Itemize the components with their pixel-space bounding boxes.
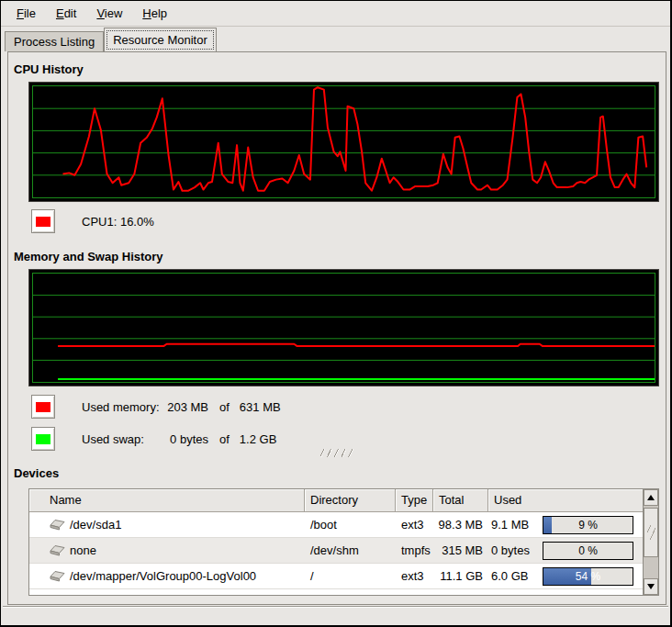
menu-view[interactable]: View <box>86 2 132 25</box>
menu-edit[interactable]: Edit <box>46 2 86 25</box>
device-directory: /dev/shm <box>305 543 396 557</box>
table-row-volgroup[interactable]: /dev/mapper/VolGroup00-LogVol00 / ext3 1… <box>29 564 643 589</box>
memory-swap-chart <box>28 269 659 386</box>
column-header-directory[interactable]: Directory <box>305 489 396 512</box>
memory-legend: Used memory:203 MBof631 MB <box>31 395 281 419</box>
memory-history-title: Memory and Swap History <box>14 250 163 263</box>
swap-color-swatch-button[interactable] <box>31 427 55 451</box>
table-row-dev-sda1[interactable]: /dev/sda1 /boot ext3 98.3 MB 9.1 MB 9 % <box>29 512 643 538</box>
system-monitor-window: File Edit View Help Process Listing Reso… <box>0 0 672 627</box>
column-header-total[interactable]: Total <box>433 489 488 512</box>
device-total: 11.1 GB <box>433 569 488 583</box>
scrollbar-down-button[interactable] <box>644 578 658 595</box>
statusbar <box>3 606 668 624</box>
swap-legend-label: Used swap: <box>82 432 162 446</box>
tab-strip: Process Listing Resource Monitor <box>1 28 670 51</box>
memory-color-swatch-button[interactable] <box>31 395 55 419</box>
usage-percent-label: 9 % <box>543 517 633 533</box>
swap-legend: Used swap:0 bytesof1.2 GB <box>31 427 276 451</box>
cpu-chart-plot-area <box>32 85 655 198</box>
devices-table: Name Directory Type Total Used /dev/sda <box>28 488 659 596</box>
swap-used-value: 0 bytes <box>162 432 208 446</box>
device-total: 98.3 MB <box>433 518 488 532</box>
cpu-color-swatch <box>36 217 50 227</box>
cpu-legend-label: CPU1: 16.0% <box>82 215 154 229</box>
cpu-history-chart <box>28 82 659 202</box>
tab-process-listing[interactable]: Process Listing <box>5 31 104 51</box>
drive-icon <box>50 544 66 557</box>
cpu-legend: CPU1: 16.0% <box>31 209 154 233</box>
drive-icon <box>50 519 66 532</box>
menu-file[interactable]: File <box>6 2 46 25</box>
device-type: ext3 <box>396 569 433 583</box>
devices-table-header: Name Directory Type Total Used <box>29 489 643 512</box>
scrollbar-trough[interactable] <box>644 557 658 578</box>
devices-title: Devices <box>14 466 59 480</box>
scrollbar-up-button[interactable] <box>644 489 658 506</box>
device-type: ext3 <box>396 518 433 532</box>
usage-progress-bar: 0 % <box>543 542 633 560</box>
device-directory: / <box>305 569 396 583</box>
device-used: 9.1 MB <box>488 518 529 532</box>
memory-chart-plot-area <box>32 273 655 383</box>
device-total: 315 MB <box>433 543 488 557</box>
swap-total-value: 1.2 GB <box>240 432 276 446</box>
device-used: 6.0 GB <box>488 569 528 583</box>
memory-of-text: of <box>208 400 240 414</box>
device-name: /dev/mapper/VolGroup00-LogVol00 <box>70 569 256 583</box>
device-directory: /boot <box>305 518 396 532</box>
cpu-history-title: CPU History <box>14 62 84 76</box>
arrow-up-icon <box>647 495 655 500</box>
drive-icon <box>50 570 66 583</box>
usage-percent-label: 54 % <box>543 568 633 585</box>
device-used: 0 bytes <box>488 543 530 557</box>
usage-percent-label: 0 % <box>543 543 633 559</box>
table-row-none[interactable]: none /dev/shm tmpfs 315 MB 0 bytes 0 % <box>29 538 643 564</box>
pane-resize-grip[interactable] <box>320 449 355 457</box>
swap-color-swatch <box>36 434 50 444</box>
menu-help[interactable]: Help <box>132 2 177 25</box>
memory-total-value: 631 MB <box>240 400 281 414</box>
scrollbar-thumb[interactable] <box>644 508 658 557</box>
memory-color-swatch <box>36 402 50 412</box>
table-vertical-scrollbar[interactable] <box>643 489 658 595</box>
device-name: none <box>70 543 96 557</box>
swap-of-text: of <box>208 432 240 446</box>
device-name: /dev/sda1 <box>70 518 121 532</box>
device-type: tmpfs <box>396 543 433 557</box>
column-header-used[interactable]: Used <box>488 489 643 512</box>
usage-progress-bar: 54 % <box>543 567 633 586</box>
resource-monitor-page: CPU History CPU1: 16.0% Memory and Swap … <box>7 51 666 605</box>
cpu-color-swatch-button[interactable] <box>31 209 55 233</box>
column-header-type[interactable]: Type <box>396 489 433 512</box>
column-header-name[interactable]: Name <box>29 489 305 512</box>
tab-resource-monitor[interactable]: Resource Monitor <box>104 28 217 51</box>
menubar: File Edit View Help <box>1 1 670 27</box>
memory-used-value: 203 MB <box>162 400 208 414</box>
memory-legend-label: Used memory: <box>82 400 162 414</box>
usage-progress-bar: 9 % <box>543 516 633 534</box>
arrow-down-icon <box>647 584 655 589</box>
